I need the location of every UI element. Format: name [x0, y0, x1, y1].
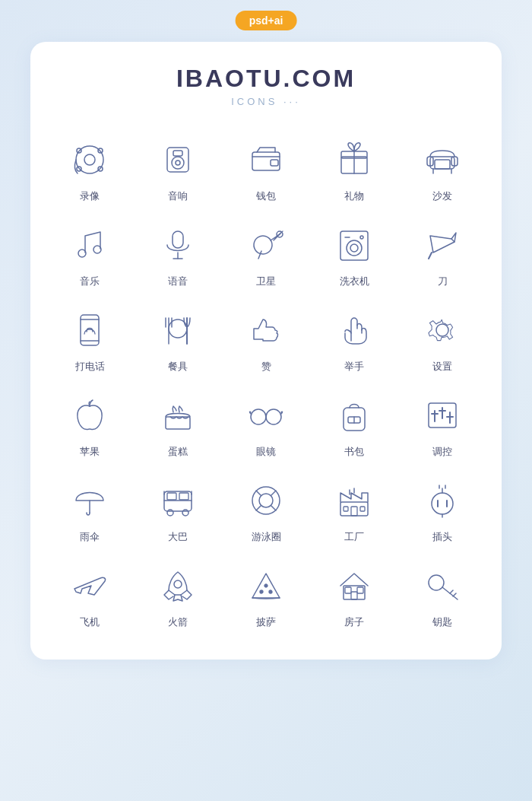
svg-rect-70 [340, 502, 368, 516]
phone-icon [66, 307, 113, 354]
svg-rect-71 [351, 507, 357, 516]
svg-rect-20 [173, 231, 183, 248]
speaker-icon [154, 136, 201, 183]
icon-label-factory: 工厂 [344, 530, 364, 544]
icon-label-satellite: 卫星 [256, 275, 276, 288]
svg-point-40 [436, 324, 448, 336]
svg-point-61 [182, 510, 188, 516]
svg-point-60 [167, 510, 173, 516]
icon-cell-bus: 大巴 [134, 466, 222, 551]
icon-label-backpack: 书包 [344, 445, 364, 459]
icon-label-bus: 大巴 [168, 530, 188, 544]
format-badge: psd+ai [236, 11, 297, 30]
svg-rect-73 [360, 507, 365, 511]
icon-cell-film: 录像 [46, 126, 134, 211]
icon-cell-speaker: 音响 [134, 126, 222, 211]
icon-label-key: 钥匙 [432, 615, 452, 629]
svg-point-87 [429, 575, 444, 590]
icon-label-music: 音乐 [80, 275, 100, 288]
icon-label-phone: 打电话 [75, 360, 105, 373]
icon-cell-glasses: 眼镜 [222, 381, 310, 466]
glasses-icon [242, 392, 290, 439]
svg-point-8 [176, 161, 180, 165]
icon-cell-apple: 苹果 [46, 381, 134, 466]
icon-cell-gift: 礼物 [310, 126, 398, 211]
icon-label-plane: 飞机 [80, 615, 100, 629]
gift-icon [331, 136, 378, 183]
settings-icon [419, 307, 466, 354]
svg-line-69 [271, 506, 276, 510]
icon-cell-settings: 设置 [398, 296, 486, 381]
svg-point-81 [260, 590, 263, 593]
svg-point-1 [84, 154, 95, 165]
icon-cell-wallet: 钱包 [222, 126, 310, 211]
icon-label-plug: 插头 [432, 530, 452, 544]
icon-cell-cake: 蛋糕 [134, 381, 222, 466]
washer-icon [331, 221, 378, 269]
plug-icon [419, 477, 466, 524]
pizza-icon [242, 562, 290, 609]
icon-label-knife: 刀 [438, 275, 448, 288]
icon-cell-washer: 洗衣机 [310, 211, 398, 296]
svg-rect-56 [164, 491, 192, 511]
icon-label-thumbsup: 赞 [261, 360, 271, 373]
icon-label-settings: 设置 [432, 360, 452, 373]
icon-label-cake: 蛋糕 [168, 445, 188, 459]
svg-line-90 [453, 593, 456, 596]
icon-cell-rocket: 火箭 [134, 551, 222, 637]
icon-cell-house: 房子 [310, 551, 398, 637]
icon-label-gift: 礼物 [344, 189, 364, 203]
svg-point-76 [432, 493, 453, 514]
svg-point-29 [350, 244, 358, 252]
icon-cell-sliders: 调控 [398, 381, 486, 466]
umbrella-icon [66, 477, 113, 524]
svg-rect-15 [435, 160, 450, 169]
icon-cell-thumbsup: 赞 [222, 296, 310, 381]
svg-rect-83 [344, 586, 365, 599]
svg-line-67 [271, 491, 276, 495]
icon-cell-mic: 语音 [134, 211, 222, 296]
backpack-icon [331, 392, 378, 439]
svg-rect-86 [357, 587, 363, 593]
bus-icon [154, 477, 201, 524]
svg-point-65 [259, 494, 273, 507]
icon-cell-factory: 工厂 [310, 466, 398, 551]
svg-point-31 [360, 236, 363, 239]
rocket-icon [154, 562, 201, 609]
icon-cell-backpack: 书包 [310, 381, 398, 466]
icon-label-hand: 举手 [344, 360, 364, 373]
cutlery-icon [154, 307, 201, 354]
svg-point-28 [347, 240, 362, 256]
svg-point-0 [76, 146, 103, 173]
icon-cell-satellite: 卫星 [222, 211, 310, 296]
wallet-icon [242, 136, 290, 183]
icons-grid: 录像音响钱包礼物沙发音乐语音卫星洗衣机刀打电话餐具赞举手设置苹果蛋糕眼镜书包调控… [46, 126, 486, 637]
icon-cell-music: 音乐 [46, 211, 134, 296]
svg-point-42 [251, 409, 266, 424]
icon-label-mic: 语音 [168, 275, 188, 288]
svg-rect-72 [344, 507, 348, 511]
icon-label-washer: 洗衣机 [340, 275, 369, 288]
svg-rect-10 [252, 152, 280, 170]
svg-rect-85 [345, 587, 351, 593]
svg-point-80 [264, 584, 268, 587]
svg-rect-9 [173, 151, 182, 156]
thumbsup-icon [242, 307, 290, 354]
hand-icon [331, 307, 378, 354]
film-icon [66, 136, 113, 183]
svg-line-66 [256, 491, 261, 495]
icon-cell-plane: 飞机 [46, 551, 134, 637]
apple-icon [66, 392, 113, 439]
icon-cell-pizza: 披萨 [222, 551, 310, 637]
icon-cell-umbrella: 雨伞 [46, 466, 134, 551]
icon-label-umbrella: 雨伞 [80, 530, 100, 544]
icon-label-wallet: 钱包 [256, 189, 276, 203]
icon-label-film: 录像 [80, 189, 100, 203]
svg-rect-59 [179, 493, 188, 500]
svg-rect-58 [167, 493, 176, 500]
icon-label-house: 房子 [344, 615, 364, 629]
icon-label-speaker: 音响 [168, 189, 188, 203]
svg-rect-84 [351, 592, 357, 599]
card-title: IBAOTU.COM [46, 65, 486, 93]
svg-point-23 [251, 233, 276, 258]
